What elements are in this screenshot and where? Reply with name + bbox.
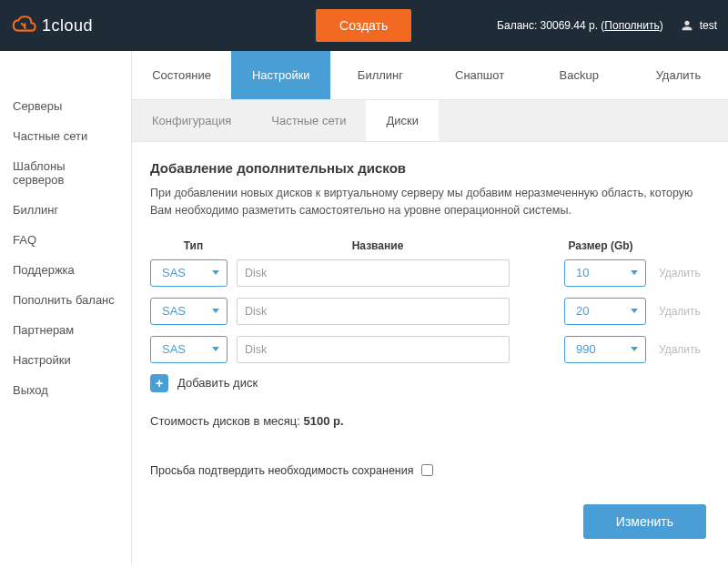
sidebar-item-billing[interactable]: Биллинг [0, 195, 131, 225]
sidebar-item-server-templates[interactable]: Шаблоны серверов [0, 151, 131, 195]
disk-type-select[interactable]: SAS [150, 336, 228, 363]
balance-text: Баланс: 30069.44 р. (Пополнить) [497, 19, 663, 32]
section-title: Добавление дополнительных дисков [150, 160, 710, 176]
cost-line: Стоимость дисков в месяц: 5100 р. [150, 414, 710, 428]
disk-size-select[interactable]: 990 [564, 336, 646, 363]
plus-icon: + [150, 374, 168, 392]
caret-down-icon [212, 347, 219, 351]
disk-row: SAS 990 Удалить [150, 336, 710, 363]
caret-down-icon [212, 309, 219, 313]
brand-name: 1cloud [42, 16, 93, 36]
main: Состояние Настройки Биллинг Снапшот Back… [131, 51, 728, 564]
disk-delete-link[interactable]: Удалить [659, 305, 701, 318]
balance-value: 30069.44 р. [541, 19, 598, 32]
disk-row: SAS 20 Удалить [150, 298, 710, 325]
disk-size-select[interactable]: 10 [564, 259, 646, 287]
subtabs: Конфигурация Частные сети Диски [132, 100, 728, 142]
subtab-private-networks[interactable]: Частные сети [251, 100, 366, 141]
disk-row: SAS 10 Удалить [150, 259, 710, 287]
disk-name-input[interactable] [237, 298, 510, 325]
sidebar-item-faq[interactable]: FAQ [0, 225, 131, 255]
balance-prefix: Баланс: [497, 19, 541, 32]
disk-size-value: 20 [576, 304, 589, 318]
subtab-disks[interactable]: Диски [366, 100, 439, 141]
caret-down-icon [631, 309, 638, 313]
tab-snapshot[interactable]: Снапшот [430, 51, 530, 99]
logo[interactable]: 1cloud [11, 13, 93, 38]
sidebar-item-private-networks[interactable]: Частные сети [0, 121, 131, 151]
confirm-checkbox[interactable] [421, 464, 433, 476]
disk-type-value: SAS [162, 304, 186, 318]
tab-delete[interactable]: Удалить [629, 51, 728, 99]
caret-down-icon [631, 347, 638, 351]
section-desc: При добавлении новых дисков к виртуально… [150, 185, 710, 219]
topup-link[interactable]: Пополнить [604, 19, 659, 32]
caret-down-icon [212, 270, 219, 275]
tab-status[interactable]: Состояние [132, 51, 231, 99]
sidebar: Серверы Частные сети Шаблоны серверов Би… [0, 51, 131, 564]
cost-prefix: Стоимость дисков в месяц: [150, 414, 304, 428]
disk-name-input[interactable] [237, 259, 510, 287]
cloud-icon [11, 13, 36, 38]
create-button[interactable]: Создать [316, 9, 411, 42]
tab-backup[interactable]: Backup [530, 51, 629, 99]
username: test [700, 19, 717, 32]
submit-button[interactable]: Изменить [583, 504, 706, 539]
col-type: Тип [150, 239, 237, 252]
add-disk-button[interactable]: + Добавить диск [150, 374, 710, 392]
sidebar-item-servers[interactable]: Серверы [0, 91, 131, 121]
col-size: Размер (Gb) [555, 239, 646, 252]
disk-delete-link[interactable]: Удалить [659, 343, 701, 356]
tab-settings[interactable]: Настройки [231, 51, 330, 99]
header: 1cloud Создать Баланс: 30069.44 р. (Попо… [0, 0, 728, 51]
user-icon [680, 18, 694, 33]
user-menu[interactable]: test [680, 18, 717, 33]
table-header: Тип Название Размер (Gb) [150, 239, 710, 259]
content: Добавление дополнительных дисков При доб… [132, 142, 728, 564]
disk-delete-link[interactable]: Удалить [659, 267, 701, 279]
cost-value: 5100 р. [304, 414, 344, 428]
sidebar-item-logout[interactable]: Выход [0, 375, 131, 405]
disk-size-value: 990 [576, 342, 596, 356]
sidebar-item-support[interactable]: Поддержка [0, 255, 131, 285]
disk-name-input[interactable] [237, 336, 510, 363]
col-name: Название [237, 239, 519, 252]
tab-billing[interactable]: Биллинг [330, 51, 430, 99]
sidebar-item-partners[interactable]: Партнерам [0, 315, 131, 345]
disk-type-value: SAS [162, 266, 186, 279]
add-disk-label: Добавить диск [177, 376, 258, 390]
disk-type-select[interactable]: SAS [150, 298, 228, 325]
disk-type-value: SAS [162, 342, 186, 356]
disk-size-select[interactable]: 20 [564, 298, 646, 325]
disk-size-value: 10 [576, 266, 589, 279]
tabs: Состояние Настройки Биллинг Снапшот Back… [132, 51, 728, 100]
caret-down-icon [631, 270, 638, 275]
disk-type-select[interactable]: SAS [150, 259, 228, 287]
confirm-label: Просьба подтвердить необходимость сохран… [150, 464, 414, 477]
sidebar-item-topup[interactable]: Пополнить баланс [0, 285, 131, 315]
sidebar-item-settings[interactable]: Настройки [0, 345, 131, 375]
subtab-configuration[interactable]: Конфигурация [132, 100, 251, 141]
confirm-line: Просьба подтвердить необходимость сохран… [150, 464, 710, 477]
